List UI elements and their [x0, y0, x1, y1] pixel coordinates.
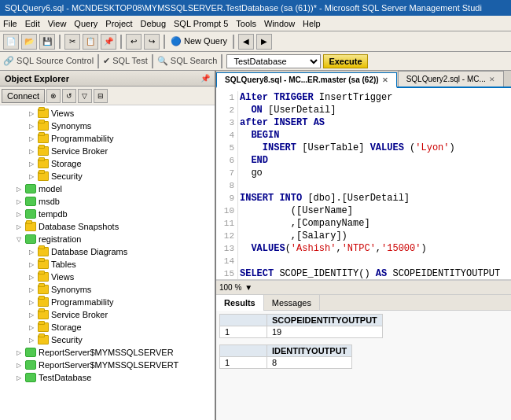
db-icon [25, 234, 36, 244]
tree-item[interactable]: ▷ Synonyms [0, 120, 215, 132]
tree-item-testdatabase[interactable]: ▷ TestDatabase [0, 371, 215, 384]
database-selector[interactable]: TestDatabase [226, 54, 321, 68]
expand-icon: ▷ [25, 107, 38, 120]
menu-debug[interactable]: Debug [141, 19, 166, 28]
undo-btn[interactable]: ↩ [126, 34, 142, 50]
expand-icon: ▷ [25, 245, 38, 258]
tree-item[interactable]: ▷ Views [0, 107, 215, 120]
tab-bar: SQLQuery8.sql - MC...ER.master (sa (62))… [216, 71, 511, 88]
tree-item-reportservert[interactable]: ▷ ReportServer$MYMSSQLSERVERT [0, 359, 215, 371]
expand-icon: ▷ [25, 333, 38, 346]
col-identityoutput: IDENTITYOUTPUT [267, 345, 352, 357]
save-btn[interactable]: 💾 [39, 34, 55, 50]
expand-icon: ▷ [25, 145, 38, 157]
tree-item-msdb[interactable]: ▷ msdb [0, 195, 215, 208]
line-numbers: 12345 678910 1112131415 1617 [216, 91, 238, 280]
sep3 [164, 35, 165, 49]
new-file-btn[interactable]: 📄 [3, 34, 19, 50]
tree-item[interactable]: ▷ Programmability [0, 132, 215, 145]
sql-line: ,[CompanyName] [240, 217, 508, 230]
execute-button[interactable]: Execute [323, 54, 367, 68]
tab-sqlquery8[interactable]: SQLQuery8.sql - MC...ER.master (sa (62))… [216, 72, 397, 88]
col-row-num [220, 315, 267, 326]
sql-source-control-label: 🔗 SQL Source Control [3, 56, 94, 66]
item-label: Database Diagrams [51, 247, 127, 256]
col-row-num2 [220, 345, 267, 357]
secondary-toolbar: 🔗 SQL Source Control ✔ SQL Test 🔍 SQL Se… [0, 52, 511, 71]
object-explorer-title: Object Explorer [5, 74, 69, 83]
folder-icon [38, 272, 49, 282]
folder-icon [38, 322, 49, 332]
close-icon[interactable]: ✕ [489, 76, 495, 83]
item-label: ReportServer$MYMSSQLSERVERT [39, 360, 178, 370]
expand-icon: ▽ [13, 233, 25, 245]
sql-line: END [240, 154, 508, 167]
sql-content: Alter TRIGGER InsertTrigger ON [UserDeta… [240, 91, 508, 280]
expand-icon: ▷ [13, 195, 25, 208]
zoom-controls[interactable]: ▼ [244, 283, 252, 292]
col-scopeidentityoutput: SCOPEIDENTITYOUTPUT [267, 315, 383, 326]
tree-item[interactable]: ▷ Programmability [0, 296, 215, 308]
menu-bar: File Edit View Query Project Debug SQL P… [0, 16, 511, 31]
menu-query[interactable]: Query [74, 19, 97, 28]
tree-item[interactable]: ▷ Tables [0, 258, 215, 271]
tree-item-reportserver[interactable]: ▷ ReportServer$MYMSSQLSERVER [0, 346, 215, 359]
menu-sqlprompt[interactable]: SQL Prompt 5 [174, 19, 228, 28]
disconnect-btn[interactable]: ⊗ [46, 89, 61, 103]
folder-icon [38, 285, 49, 294]
tree-item[interactable]: ▷ Database Diagrams [0, 245, 215, 258]
connect-button[interactable]: Connect [2, 89, 45, 103]
tree-item-registration[interactable]: ▽ registration [0, 233, 215, 245]
tree-item[interactable]: ▷ Storage [0, 157, 215, 170]
redo-btn[interactable]: ↪ [144, 34, 160, 50]
sql-editor[interactable]: 12345 678910 1112131415 1617 Alter TRIGG… [216, 88, 511, 280]
item-label: Views [51, 109, 74, 118]
sql-line: go [240, 167, 508, 179]
item-label: ReportServer$MYMSSQLSERVER [39, 348, 174, 357]
tree-item[interactable]: ▷ Views [0, 271, 215, 283]
sep5 [97, 54, 99, 68]
title-text: SQLQuery6.sql - MCNDESKTOP08\MYMSSQLSERV… [5, 3, 482, 13]
forward-btn[interactable]: ▶ [256, 34, 272, 50]
menu-project[interactable]: Project [105, 19, 132, 28]
close-icon[interactable]: ✕ [382, 76, 388, 84]
collapse-btn[interactable]: ⊟ [94, 89, 108, 103]
tree-item[interactable]: ▷ Storage [0, 321, 215, 333]
tree-item-security[interactable]: ▷ Security [0, 170, 215, 182]
tree-item-service-broker2[interactable]: ▷ Service Broker [0, 308, 215, 321]
tab-label: SQLQuery2.sql - MC... [406, 75, 486, 83]
open-btn[interactable]: 📂 [21, 34, 37, 50]
tree-item-db-snapshots[interactable]: ▷ Database Snapshots [0, 220, 215, 233]
tree-item[interactable]: ▷ Synonyms [0, 283, 215, 296]
menu-file[interactable]: File [3, 19, 17, 28]
paste-btn[interactable]: 📌 [101, 34, 116, 50]
db-icon [25, 348, 36, 357]
tree-item-model[interactable]: ▷ model [0, 182, 215, 195]
sql-line: ,[Salary]) [240, 230, 508, 242]
row-num2: 1 [220, 357, 267, 369]
cut-btn[interactable]: ✂ [64, 34, 80, 50]
copy-btn[interactable]: 📋 [83, 34, 98, 50]
menu-window[interactable]: Window [264, 19, 295, 28]
tree-item-security2[interactable]: ▷ Security [0, 333, 215, 346]
tree-item-service-broker[interactable]: ▷ Service Broker [0, 145, 215, 157]
menu-view[interactable]: View [48, 19, 67, 28]
back-btn[interactable]: ◀ [238, 34, 254, 50]
menu-tools[interactable]: Tools [236, 19, 256, 28]
messages-tab[interactable]: Messages [264, 295, 320, 311]
item-label: Security [51, 335, 83, 344]
results-tab[interactable]: Results [216, 295, 264, 311]
item-label: TestDatabase [39, 373, 91, 382]
tree-area[interactable]: ▷ Views ▷ Synonyms ▷ Programmability ▷ S… [0, 105, 215, 420]
filter-btn[interactable]: ▽ [78, 89, 92, 103]
folder-icon [38, 121, 49, 131]
refresh-btn[interactable]: ↺ [62, 89, 76, 103]
expand-icon: ▷ [25, 170, 38, 182]
tree-item-tempdb[interactable]: ▷ tempdb [0, 208, 215, 220]
item-label: Programmability [51, 297, 113, 307]
identity-value: 8 [267, 357, 352, 369]
tab-sqlquery2[interactable]: SQLQuery2.sql - MC... ✕ [398, 71, 504, 87]
menu-help[interactable]: Help [303, 19, 321, 28]
folder-icon [38, 297, 49, 307]
menu-edit[interactable]: Edit [25, 19, 40, 28]
